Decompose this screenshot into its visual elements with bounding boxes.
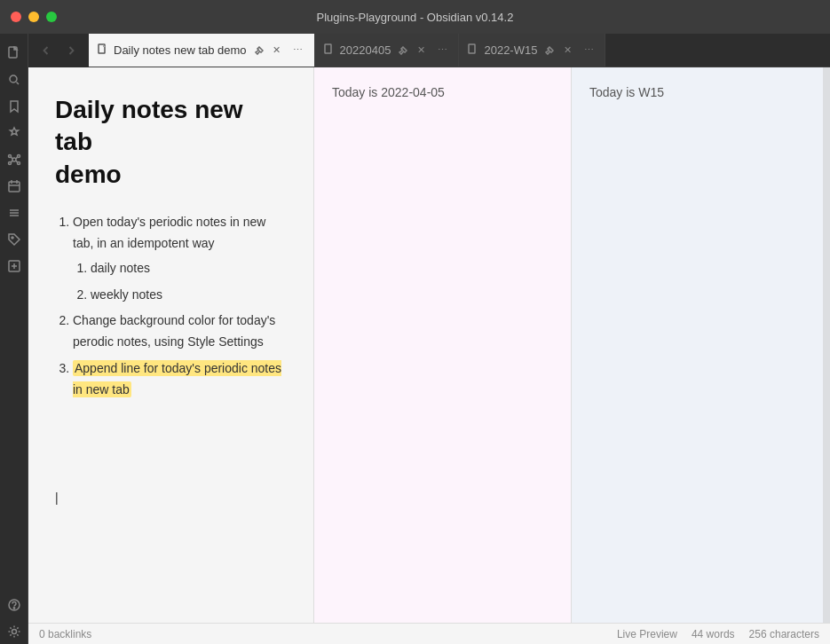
note-body: Open today's periodic notes in new tab, … — [55, 212, 287, 400]
minimize-button[interactable] — [28, 12, 39, 22]
tab-daily-pin[interactable] — [396, 43, 410, 58]
sidebar-icon-bookmark[interactable] — [2, 94, 27, 119]
svg-point-1 — [10, 75, 17, 82]
svg-line-10 — [16, 161, 18, 162]
pane-daily-text: Today is 2022-04-05 — [332, 85, 445, 99]
list-item-2: Change background color for today's pero… — [73, 310, 287, 353]
back-button[interactable] — [36, 40, 57, 61]
tab-daily-actions: ✕ — [396, 43, 428, 58]
content-area: Daily notes new tab demo ✕ ⋯ — [28, 34, 830, 644]
tab-weekly-actions: ✕ — [542, 43, 574, 58]
pane-weekly-text: Today is W15 — [589, 85, 664, 99]
tab-main-close[interactable]: ✕ — [270, 43, 284, 58]
sidebar-icon-review[interactable] — [2, 254, 27, 279]
status-characters: 256 characters — [749, 628, 819, 640]
highlight-text: Append line for today's periodic notes i… — [73, 360, 281, 397]
tab-weekly-label: 2022-W15 — [484, 43, 537, 57]
tab-main-label: Daily notes new tab demo — [114, 43, 247, 57]
status-backlinks: 0 backlinks — [39, 628, 91, 640]
status-words: 44 words — [692, 628, 735, 640]
status-mode[interactable]: Live Preview — [617, 628, 677, 640]
tab-daily-label: 20220405 — [340, 43, 391, 57]
nav-arrows — [28, 34, 89, 67]
svg-point-25 — [12, 630, 16, 634]
pane-weekly: Today is W15 — [572, 67, 830, 623]
tab-weekly-pin[interactable] — [542, 43, 557, 58]
svg-rect-12 — [9, 182, 20, 192]
list-item-3: Append line for today's periodic notes i… — [73, 358, 287, 401]
sidebar-icon-list[interactable] — [2, 200, 27, 225]
pane-main: Daily notes new tabdemo Open today's per… — [28, 67, 314, 623]
tab-main-more[interactable]: ⋯ — [291, 43, 305, 58]
maximize-button[interactable] — [46, 12, 57, 22]
sidebar-icon-settings[interactable] — [2, 619, 27, 644]
forward-button[interactable] — [60, 40, 82, 61]
panes: Daily notes new tabdemo Open today's per… — [28, 67, 830, 623]
list-item-1-1: daily notes — [91, 258, 287, 279]
sidebar-icon-tags[interactable] — [2, 227, 27, 252]
tab-main-icon — [98, 43, 108, 57]
sidebar-icon-help[interactable] — [2, 593, 27, 617]
list-item-1-2: weekly notes — [91, 285, 287, 306]
svg-line-8 — [11, 157, 12, 159]
list-item-1: Open today's periodic notes in new tab, … — [73, 212, 287, 305]
cursor-position[interactable]: | — [55, 491, 59, 505]
tab-main-pin[interactable] — [252, 43, 266, 58]
note-content[interactable]: Daily notes new tabdemo Open today's per… — [28, 67, 313, 623]
sidebar-icon-calendar[interactable] — [2, 174, 27, 199]
sidebar-icon-graph[interactable] — [2, 147, 27, 172]
svg-point-4 — [8, 155, 11, 158]
sidebar-icon-plugins[interactable] — [2, 121, 27, 145]
tab-weekly-more[interactable]: ⋯ — [581, 43, 596, 58]
svg-point-24 — [13, 608, 14, 609]
svg-line-11 — [11, 161, 12, 162]
pane-daily: Today is 2022-04-05 — [314, 67, 572, 623]
svg-rect-28 — [469, 44, 475, 53]
tab-weekly[interactable]: 2022-W15 ✕ ⋯ — [459, 34, 605, 67]
pane-weekly-content: Today is W15 — [572, 67, 830, 117]
sidebar-icon-files[interactable] — [2, 41, 27, 66]
right-collapse-handle[interactable] — [823, 67, 830, 623]
svg-line-2 — [16, 82, 19, 85]
titlebar: Plugins-Playground - Obsidian v0.14.2 — [0, 0, 830, 34]
tab-daily-close[interactable]: ✕ — [414, 43, 428, 58]
note-title: Daily notes new tabdemo — [55, 94, 287, 191]
svg-point-7 — [8, 162, 11, 165]
sidebar-icon-search[interactable] — [2, 67, 27, 92]
svg-point-6 — [17, 162, 20, 165]
svg-point-5 — [17, 155, 20, 158]
tabs-row: Daily notes new tab demo ✕ ⋯ — [89, 34, 830, 67]
app-body: Daily notes new tab demo ✕ ⋯ — [0, 34, 830, 644]
svg-rect-27 — [325, 44, 331, 53]
sidebar — [0, 34, 28, 644]
svg-point-19 — [12, 237, 13, 239]
tab-main-actions: ✕ — [252, 43, 284, 58]
pane-daily-content: Today is 2022-04-05 — [314, 67, 571, 117]
tab-main[interactable]: Daily notes new tab demo ✕ ⋯ — [89, 34, 315, 67]
tab-weekly-icon — [468, 43, 478, 57]
window-title: Plugins-Playground - Obsidian v0.14.2 — [317, 11, 514, 24]
svg-line-9 — [16, 157, 18, 159]
svg-point-3 — [12, 158, 16, 161]
tab-daily[interactable]: 20220405 ✕ ⋯ — [315, 34, 460, 67]
tab-daily-more[interactable]: ⋯ — [435, 43, 449, 58]
tab-weekly-close[interactable]: ✕ — [560, 43, 574, 58]
tab-daily-icon — [324, 43, 335, 57]
statusbar: 0 backlinks Live Preview 44 words 256 ch… — [28, 623, 830, 644]
traffic-lights — [11, 12, 57, 22]
close-button[interactable] — [11, 12, 21, 22]
